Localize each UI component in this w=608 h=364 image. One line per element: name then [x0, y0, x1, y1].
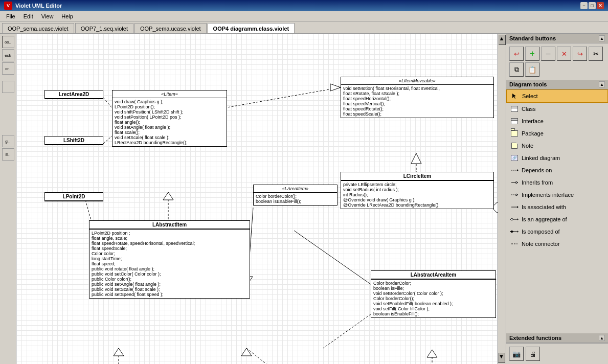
cut-button[interactable]: ✂ [589, 47, 603, 61]
right-panel: Standard buttons ▲ ↩ + – ✕ ↪ ✂ ⧉ 📋 Diagr… [506, 34, 608, 364]
aggregate-arrow-icon [510, 215, 519, 223]
canvas-scrollbar[interactable]: ▲ ▼ [498, 34, 506, 364]
tab-1[interactable]: OOP7_1.seq.violet [75, 23, 133, 33]
left-icon-2[interactable]: cr.. [2, 62, 14, 75]
class-title: LPoint2D [45, 193, 103, 201]
menu-edit[interactable]: Edit [19, 12, 37, 20]
tool-composed-label: Is composed of [522, 229, 560, 235]
tab-0[interactable]: OOP_sema.ucase.violet [2, 23, 74, 33]
tool-note-label: Note [522, 143, 533, 149]
app-title: Violet UML Editor [15, 3, 580, 9]
tab-2[interactable]: OOP_sema.ucase.violet [134, 23, 207, 33]
tool-linked-label: Linked diagram [522, 155, 560, 161]
tool-composed-of[interactable]: Is composed of [506, 225, 608, 238]
class-body: private LEllipseItem circle; void setRad… [341, 180, 493, 209]
tool-note[interactable]: Note [506, 140, 608, 152]
tool-inherits-label: Inherits from [522, 179, 553, 186]
app-icon: V [4, 2, 12, 10]
tool-note-connector-label: Note connector [522, 241, 560, 247]
tool-package[interactable]: Package [506, 127, 608, 140]
tool-inherits-from[interactable]: Inherits from [506, 176, 608, 189]
undo-button[interactable]: ↩ [509, 47, 524, 61]
svg-marker-25 [516, 181, 518, 184]
class-body: Color borderColor(); boolean isEnableFil… [254, 193, 337, 205]
class-body: void draw( Graphics g ); LPoint2D positi… [112, 98, 227, 146]
scroll-down-btn[interactable]: ▼ [498, 353, 505, 363]
class-lcircleitem[interactable]: LCircleItem private LEllipseItem circle;… [341, 172, 494, 209]
tool-class-label: Class [522, 106, 536, 112]
stereotype: «LItemMoveable» [343, 78, 491, 83]
interface-icon [510, 117, 519, 125]
std-buttons-header: Standard buttons ▲ [506, 34, 608, 43]
diagram-tools-header: Diagram tools ▲ [506, 80, 608, 89]
tool-associated-label: Is associated with [522, 204, 566, 210]
svg-marker-31 [517, 218, 519, 220]
left-icon-4[interactable]: gi.. [2, 135, 14, 147]
tool-select[interactable]: Select [506, 89, 608, 103]
tool-linked-diagram[interactable]: 🔗 Linked diagram [506, 152, 608, 164]
composed-arrow-icon [510, 228, 519, 236]
note-connector-icon [510, 240, 519, 248]
class-lshift2d[interactable]: LShift2D [44, 136, 103, 145]
maximize-button[interactable]: □ [589, 2, 596, 9]
tool-aggregate-of[interactable]: Is an aggregate of [506, 213, 608, 225]
minimize-button[interactable]: – [580, 2, 588, 9]
camera-button[interactable]: 📷 [509, 347, 524, 361]
menu-help[interactable]: Help [57, 12, 77, 20]
paste-button[interactable]: 📋 [525, 62, 539, 77]
class-title: LShift2D [45, 136, 103, 145]
tool-depends-on[interactable]: Depends on [506, 164, 608, 176]
ext-functions-collapse[interactable]: ▲ [599, 335, 605, 341]
svg-marker-21 [512, 94, 516, 99]
tool-associated-with[interactable]: Is associated with [506, 201, 608, 213]
copy-button[interactable]: ⧉ [509, 62, 524, 77]
class-labstractareaitem[interactable]: LAbstractAreaItem Color borderColor; boo… [371, 270, 496, 318]
package-icon [510, 129, 519, 138]
class-title: «LItemMoveable» [341, 77, 493, 85]
class-lareaitem[interactable]: «LAreaItem» Color borderColor(); boolean… [253, 185, 337, 206]
tool-implements-label: Implements interface [522, 192, 574, 198]
titlebar: V Violet UML Editor – □ ✕ [0, 0, 608, 11]
print-button[interactable]: 🖨 [526, 347, 540, 361]
diagram-tools-area: Select Class Interface [506, 89, 608, 333]
main-area: os.. esk cr.. gi.. E.. [0, 34, 608, 364]
ext-functions-area: 📷 🖨 [506, 343, 608, 364]
tool-note-connector[interactable]: Note connector [506, 238, 608, 250]
left-icon-1[interactable]: esk [2, 49, 14, 61]
class-litemmoveable[interactable]: «LItemMoveable» void setMotion( float sH… [341, 77, 494, 118]
close-button[interactable]: ✕ [597, 2, 604, 9]
menu-view[interactable]: View [37, 12, 58, 20]
class-lpoint2d[interactable]: LPoint2D [44, 192, 103, 201]
tool-interface-label: Interface [522, 118, 544, 124]
class-lrectarea2d[interactable]: LrectArea2D [44, 90, 103, 99]
class-litem[interactable]: «LItem» void draw( Graphics g ); LPoint2… [112, 90, 227, 147]
close-std-button[interactable]: ✕ [557, 47, 571, 61]
ext-functions-header: Extended functions ▲ [506, 333, 608, 343]
std-buttons-collapse[interactable]: ▲ [599, 35, 605, 41]
svg-marker-29 [517, 206, 519, 208]
tool-implements-interface[interactable]: Implements interface [506, 189, 608, 201]
class-labstractitem[interactable]: LAbstractItem LPoint2D position ; float … [89, 220, 250, 299]
note-icon [510, 142, 519, 150]
left-icon-3[interactable] [2, 81, 14, 93]
tool-class[interactable]: Class [506, 103, 608, 115]
class-title: LCircleItem [341, 172, 493, 180]
tab-3[interactable]: OOP4 diagramm.class.violet [208, 23, 295, 33]
menu-file[interactable]: File [2, 12, 19, 20]
scroll-up-btn[interactable]: ▲ [499, 35, 506, 45]
redo-button[interactable]: ↪ [573, 47, 587, 61]
tool-select-label: Select [522, 93, 538, 99]
remove-button[interactable]: – [541, 47, 555, 61]
tool-aggregate-label: Is an aggregate of [522, 216, 567, 222]
diagram-tools-collapse[interactable]: ▲ [599, 81, 605, 87]
stereotype: «LItem» [115, 92, 224, 97]
add-button[interactable]: + [525, 47, 539, 61]
class-title: LrectArea2D [45, 90, 103, 99]
canvas[interactable]: LrectArea2D «LItem» void draw( Graphics … [16, 34, 506, 364]
left-icon-5[interactable]: E.. [2, 148, 14, 161]
tool-interface[interactable]: Interface [506, 115, 608, 127]
left-icon-0[interactable]: os.. [2, 36, 14, 48]
class-title: LAbstractItem [89, 221, 250, 229]
associated-arrow-icon [510, 203, 519, 211]
class-title: LAbstractAreaItem [371, 271, 496, 279]
